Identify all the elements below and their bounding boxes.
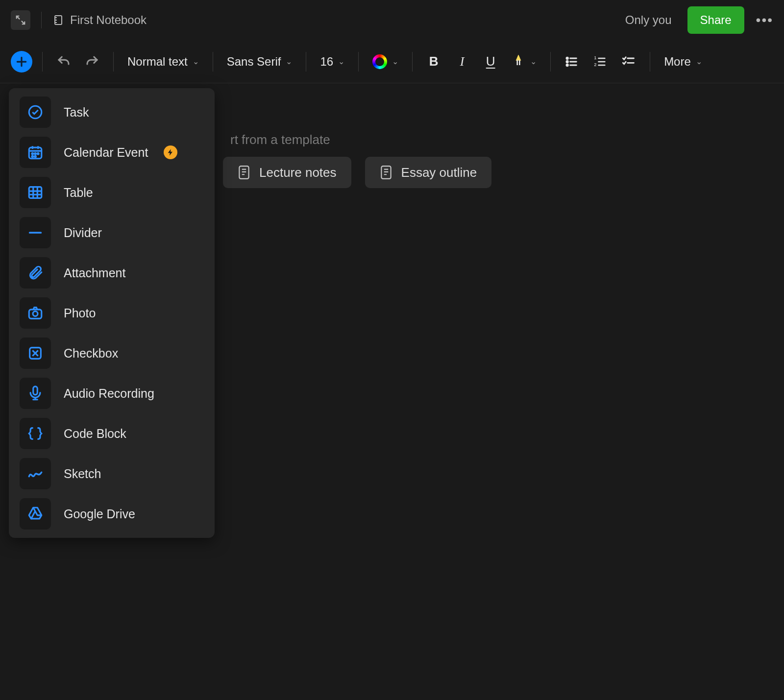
- template-chip-essay-outline[interactable]: Essay outline: [365, 157, 492, 188]
- menu-item-attachment[interactable]: Attachment: [16, 256, 208, 290]
- menu-item-checkbox[interactable]: Checkbox: [16, 336, 208, 370]
- svg-point-1: [566, 57, 568, 59]
- checklist-button[interactable]: [617, 50, 640, 73]
- chevron-down-icon: ⌄: [193, 57, 199, 66]
- svg-rect-19: [33, 386, 38, 395]
- menu-item-sketch[interactable]: Sketch: [16, 457, 208, 491]
- undo-button[interactable]: [52, 50, 75, 73]
- bold-button[interactable]: B: [422, 50, 445, 73]
- svg-point-3: [566, 64, 568, 66]
- notebook-name: First Notebook: [70, 13, 147, 27]
- template-hint-text: rt from a template: [230, 132, 330, 147]
- svg-point-13: [32, 156, 33, 157]
- numbered-list-button[interactable]: 12: [589, 50, 612, 73]
- more-formatting-select[interactable]: More ⌄: [660, 55, 706, 69]
- bullet-list-button[interactable]: [561, 50, 583, 73]
- attachment-icon: [20, 257, 51, 289]
- google-drive-icon: [20, 498, 51, 530]
- menu-item-label: Table: [64, 186, 93, 200]
- toolbar: Normal text ⌄ Sans Serif ⌄ 16 ⌄ ⌄ B I U …: [0, 40, 784, 83]
- menu-item-label: Photo: [64, 306, 96, 320]
- insert-menu: Task Calendar Event Table Divider Attach…: [9, 88, 215, 538]
- chevron-down-icon: ⌄: [530, 57, 537, 66]
- menu-item-label: Sketch: [64, 467, 101, 481]
- font-family-select[interactable]: Sans Serif ⌄: [223, 55, 296, 69]
- menu-item-label: Attachment: [64, 266, 125, 280]
- more-label: More: [664, 55, 691, 69]
- svg-point-11: [35, 153, 36, 154]
- chip-label: Essay outline: [401, 165, 477, 180]
- chevron-down-icon: ⌄: [696, 57, 702, 66]
- menu-item-code-block[interactable]: Code Block: [16, 416, 208, 451]
- highlighter-icon: [512, 55, 525, 69]
- font-family-value: Sans Serif: [227, 55, 281, 69]
- menu-item-divider[interactable]: Divider: [16, 216, 208, 250]
- text-style-value: Normal text: [127, 55, 188, 69]
- more-actions-button[interactable]: •••: [756, 12, 773, 28]
- italic-button[interactable]: I: [451, 50, 473, 73]
- underline-button[interactable]: U: [479, 50, 502, 73]
- chip-label: Lecture notes: [259, 165, 337, 180]
- bullet-list-icon: [565, 55, 579, 69]
- sketch-icon: [20, 458, 51, 489]
- underline-icon: U: [486, 54, 495, 69]
- share-button[interactable]: Share: [687, 6, 744, 34]
- divider-icon: [20, 217, 51, 248]
- text-color-select[interactable]: ⌄: [368, 54, 402, 69]
- menu-item-label: Audio Recording: [64, 386, 154, 401]
- svg-point-10: [32, 153, 33, 154]
- highlight-select[interactable]: ⌄: [508, 55, 540, 69]
- menu-item-label: Google Drive: [64, 507, 135, 521]
- checkbox-icon: [20, 338, 51, 369]
- menu-item-label: Calendar Event: [64, 145, 148, 160]
- svg-point-2: [566, 61, 568, 63]
- visibility-label[interactable]: Only you: [625, 13, 672, 27]
- menu-item-task[interactable]: Task: [16, 95, 208, 129]
- chevron-down-icon: ⌄: [392, 57, 398, 66]
- menu-item-label: Divider: [64, 226, 102, 240]
- notebook-breadcrumb[interactable]: First Notebook: [52, 13, 147, 27]
- svg-point-14: [35, 156, 36, 157]
- divider: [650, 52, 650, 72]
- color-wheel-icon: [372, 54, 387, 69]
- redo-button[interactable]: [81, 50, 103, 73]
- bold-icon: B: [429, 54, 439, 69]
- font-size-select[interactable]: 16 ⌄: [316, 55, 348, 69]
- menu-item-table[interactable]: Table: [16, 175, 208, 210]
- menu-item-google-drive[interactable]: Google Drive: [16, 497, 208, 531]
- upgrade-badge: [164, 145, 177, 159]
- divider: [550, 52, 551, 72]
- numbered-list-icon: 12: [593, 55, 607, 69]
- divider: [358, 52, 359, 72]
- menu-item-audio-recording[interactable]: Audio Recording: [16, 376, 208, 410]
- divider: [306, 52, 306, 72]
- svg-rect-15: [29, 187, 42, 198]
- svg-point-17: [33, 311, 38, 316]
- svg-text:2: 2: [594, 62, 596, 67]
- divider: [213, 52, 213, 72]
- menu-item-calendar-event[interactable]: Calendar Event: [16, 135, 208, 169]
- template-chip-lecture-notes[interactable]: Lecture notes: [223, 157, 351, 188]
- expand-button[interactable]: [11, 10, 30, 30]
- divider: [41, 12, 42, 28]
- redo-icon: [85, 54, 99, 69]
- svg-text:1: 1: [594, 55, 596, 60]
- table-icon: [20, 177, 51, 208]
- text-style-select[interactable]: Normal text ⌄: [123, 55, 203, 69]
- font-size-value: 16: [320, 55, 333, 69]
- chevron-down-icon: ⌄: [338, 57, 344, 66]
- expand-icon: [15, 15, 26, 25]
- checklist-icon: [622, 55, 636, 69]
- insert-button[interactable]: [11, 51, 32, 72]
- task-check-icon: [20, 97, 51, 128]
- bolt-icon: [167, 148, 174, 156]
- menu-item-label: Code Block: [64, 427, 126, 441]
- chevron-down-icon: ⌄: [286, 57, 292, 66]
- divider: [113, 52, 114, 72]
- svg-point-12: [37, 153, 39, 154]
- italic-icon: I: [460, 54, 465, 69]
- template-chip-row: Lecture notes Essay outline: [223, 157, 491, 188]
- menu-item-photo[interactable]: Photo: [16, 296, 208, 330]
- note-page-icon: [380, 165, 392, 180]
- undo-icon: [56, 54, 71, 69]
